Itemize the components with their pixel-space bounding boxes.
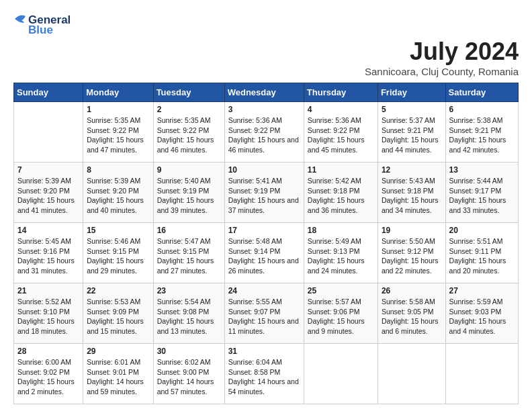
day-cell: 26Sunrise: 5:58 AMSunset: 9:05 PMDayligh… xyxy=(378,283,445,344)
day-cell: 21Sunrise: 5:52 AMSunset: 9:10 PMDayligh… xyxy=(14,283,83,344)
day-number: 27 xyxy=(449,286,515,295)
day-cell: 15Sunrise: 5:46 AMSunset: 9:15 PMDayligh… xyxy=(83,223,153,283)
day-info: Sunrise: 5:59 AMSunset: 9:03 PMDaylight:… xyxy=(449,297,515,336)
day-info: Sunrise: 5:38 AMSunset: 9:21 PMDaylight:… xyxy=(449,116,515,155)
day-cell: 9Sunrise: 5:40 AMSunset: 9:19 PMDaylight… xyxy=(153,163,224,223)
day-cell: 22Sunrise: 5:53 AMSunset: 9:09 PMDayligh… xyxy=(83,283,153,344)
month-year: July 2024 xyxy=(13,38,519,66)
day-cell: 28Sunrise: 6:00 AMSunset: 9:02 PMDayligh… xyxy=(14,344,83,404)
day-info: Sunrise: 5:39 AMSunset: 9:20 PMDaylight:… xyxy=(17,176,79,216)
day-cell: 27Sunrise: 5:59 AMSunset: 9:03 PMDayligh… xyxy=(445,283,518,344)
day-cell: 3Sunrise: 5:36 AMSunset: 9:22 PMDaylight… xyxy=(224,102,304,163)
day-number: 14 xyxy=(17,226,79,235)
day-number: 23 xyxy=(157,286,221,295)
day-info: Sunrise: 5:52 AMSunset: 9:10 PMDaylight:… xyxy=(17,297,79,336)
day-cell: 30Sunrise: 6:02 AMSunset: 9:00 PMDayligh… xyxy=(153,344,224,404)
day-info: Sunrise: 5:40 AMSunset: 9:19 PMDaylight:… xyxy=(157,176,221,216)
day-number: 21 xyxy=(17,286,79,295)
day-info: Sunrise: 5:39 AMSunset: 9:20 PMDaylight:… xyxy=(87,176,149,216)
day-info: Sunrise: 5:57 AMSunset: 9:06 PMDaylight:… xyxy=(308,297,374,336)
calendar-table: SundayMondayTuesdayWednesdayThursdayFrid… xyxy=(13,83,519,404)
day-number: 3 xyxy=(228,105,300,114)
day-number: 13 xyxy=(449,165,515,175)
weekday-header-friday: Friday xyxy=(378,83,445,102)
day-cell xyxy=(14,102,83,163)
day-number: 9 xyxy=(157,165,221,175)
day-number: 7 xyxy=(17,165,79,175)
day-number: 22 xyxy=(87,286,149,295)
day-number: 17 xyxy=(228,226,300,235)
day-cell: 2Sunrise: 5:35 AMSunset: 9:22 PMDaylight… xyxy=(153,102,224,163)
day-number: 26 xyxy=(382,286,442,295)
day-cell: 31Sunrise: 6:04 AMSunset: 8:58 PMDayligh… xyxy=(224,344,304,404)
logo: General Blue xyxy=(13,13,519,38)
day-info: Sunrise: 5:50 AMSunset: 9:12 PMDaylight:… xyxy=(382,236,442,276)
day-info: Sunrise: 6:02 AMSunset: 9:00 PMDaylight:… xyxy=(157,357,221,397)
weekday-header-monday: Monday xyxy=(83,83,153,102)
week-row-5: 28Sunrise: 6:00 AMSunset: 9:02 PMDayligh… xyxy=(14,344,519,404)
weekday-header-thursday: Thursday xyxy=(304,83,378,102)
day-info: Sunrise: 5:42 AMSunset: 9:18 PMDaylight:… xyxy=(308,176,374,216)
day-number: 12 xyxy=(382,165,442,175)
title-block: July 2024 Sannicoara, Cluj County, Roman… xyxy=(13,38,519,77)
day-cell: 11Sunrise: 5:42 AMSunset: 9:18 PMDayligh… xyxy=(304,163,378,223)
day-number: 29 xyxy=(87,347,149,356)
day-cell: 14Sunrise: 5:45 AMSunset: 9:16 PMDayligh… xyxy=(14,223,83,283)
day-cell xyxy=(378,344,445,404)
day-cell: 25Sunrise: 5:57 AMSunset: 9:06 PMDayligh… xyxy=(304,283,378,344)
day-number: 19 xyxy=(382,226,442,235)
day-cell: 19Sunrise: 5:50 AMSunset: 9:12 PMDayligh… xyxy=(378,223,445,283)
day-number: 28 xyxy=(17,347,79,356)
day-cell: 24Sunrise: 5:55 AMSunset: 9:07 PMDayligh… xyxy=(224,283,304,344)
page-header: General Blue July 2024 Sannicoara, Cluj … xyxy=(13,13,519,77)
day-info: Sunrise: 5:54 AMSunset: 9:08 PMDaylight:… xyxy=(157,297,221,336)
weekday-header-sunday: Sunday xyxy=(14,83,83,102)
day-info: Sunrise: 6:00 AMSunset: 9:02 PMDaylight:… xyxy=(17,357,79,397)
day-number: 16 xyxy=(157,226,221,235)
calendar-header: SundayMondayTuesdayWednesdayThursdayFrid… xyxy=(14,83,519,102)
day-cell: 5Sunrise: 5:37 AMSunset: 9:21 PMDaylight… xyxy=(378,102,445,163)
day-cell: 6Sunrise: 5:38 AMSunset: 9:21 PMDaylight… xyxy=(445,102,518,163)
day-info: Sunrise: 5:48 AMSunset: 9:14 PMDaylight:… xyxy=(228,236,300,276)
day-number: 8 xyxy=(87,165,149,175)
weekday-header-wednesday: Wednesday xyxy=(224,83,304,102)
day-info: Sunrise: 5:49 AMSunset: 9:13 PMDaylight:… xyxy=(308,236,374,276)
day-number: 5 xyxy=(382,105,442,114)
day-info: Sunrise: 5:47 AMSunset: 9:15 PMDaylight:… xyxy=(157,236,221,276)
day-info: Sunrise: 5:37 AMSunset: 9:21 PMDaylight:… xyxy=(382,116,442,155)
day-number: 11 xyxy=(308,165,374,175)
day-number: 25 xyxy=(308,286,374,295)
day-cell: 18Sunrise: 5:49 AMSunset: 9:13 PMDayligh… xyxy=(304,223,378,283)
day-number: 4 xyxy=(308,105,374,114)
day-info: Sunrise: 5:41 AMSunset: 9:19 PMDaylight:… xyxy=(228,176,300,216)
day-cell: 23Sunrise: 5:54 AMSunset: 9:08 PMDayligh… xyxy=(153,283,224,344)
day-cell: 13Sunrise: 5:44 AMSunset: 9:17 PMDayligh… xyxy=(445,163,518,223)
location: Sannicoara, Cluj County, Romania xyxy=(13,66,519,77)
day-info: Sunrise: 5:53 AMSunset: 9:09 PMDaylight:… xyxy=(87,297,149,336)
day-cell: 29Sunrise: 6:01 AMSunset: 9:01 PMDayligh… xyxy=(83,344,153,404)
day-cell: 17Sunrise: 5:48 AMSunset: 9:14 PMDayligh… xyxy=(224,223,304,283)
day-cell: 16Sunrise: 5:47 AMSunset: 9:15 PMDayligh… xyxy=(153,223,224,283)
day-number: 10 xyxy=(228,165,300,175)
day-cell xyxy=(445,344,518,404)
day-number: 20 xyxy=(449,226,515,235)
day-cell xyxy=(304,344,378,404)
day-number: 2 xyxy=(157,105,221,114)
day-info: Sunrise: 5:51 AMSunset: 9:11 PMDaylight:… xyxy=(449,236,515,276)
day-cell: 8Sunrise: 5:39 AMSunset: 9:20 PMDaylight… xyxy=(83,163,153,223)
day-number: 6 xyxy=(449,105,515,114)
weekday-header-saturday: Saturday xyxy=(445,83,518,102)
day-cell: 7Sunrise: 5:39 AMSunset: 9:20 PMDaylight… xyxy=(14,163,83,223)
weekday-header-tuesday: Tuesday xyxy=(153,83,224,102)
day-cell: 4Sunrise: 5:36 AMSunset: 9:22 PMDaylight… xyxy=(304,102,378,163)
calendar-body: 1Sunrise: 5:35 AMSunset: 9:22 PMDaylight… xyxy=(14,102,519,404)
week-row-1: 1Sunrise: 5:35 AMSunset: 9:22 PMDaylight… xyxy=(14,102,519,163)
day-info: Sunrise: 5:35 AMSunset: 9:22 PMDaylight:… xyxy=(87,116,149,155)
weekday-header-row: SundayMondayTuesdayWednesdayThursdayFrid… xyxy=(14,83,519,102)
day-number: 18 xyxy=(308,226,374,235)
day-cell: 1Sunrise: 5:35 AMSunset: 9:22 PMDaylight… xyxy=(83,102,153,163)
day-number: 31 xyxy=(228,347,300,356)
day-info: Sunrise: 5:36 AMSunset: 9:22 PMDaylight:… xyxy=(308,116,374,155)
bird-icon xyxy=(13,13,27,38)
day-number: 24 xyxy=(228,286,300,295)
